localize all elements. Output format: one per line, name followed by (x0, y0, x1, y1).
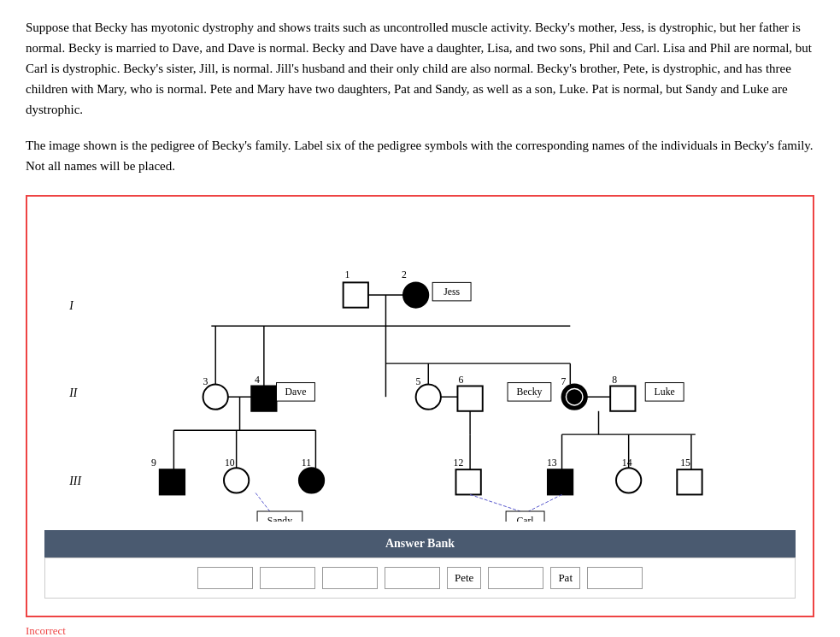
answer-bank-container: Answer Bank Pete Pat (44, 530, 796, 599)
node-5-label: 5 (416, 376, 421, 387)
node-13-label: 13 (547, 457, 557, 469)
roman-III: III (68, 475, 82, 487)
node-4-label: 4 (255, 375, 260, 386)
becky-label: Becky (516, 386, 542, 398)
node-5-circle (416, 385, 441, 410)
instruction-text: The image shown is the pedigree of Becky… (26, 135, 814, 176)
description-text: Suppose that Becky has myotonic dystroph… (26, 17, 814, 120)
answer-box-6[interactable] (488, 567, 543, 589)
node-6-square (457, 386, 482, 410)
answer-box-3[interactable] (322, 567, 378, 589)
node-10-label: 10 (225, 457, 235, 469)
node-10-circle (224, 468, 249, 492)
jess-label: Jess (443, 286, 460, 298)
node-14-label: 14 (622, 457, 632, 469)
pedigree-area: I II III 1 2 Jess 3 (44, 214, 796, 522)
roman-I: I (68, 299, 74, 312)
node-9-square (160, 469, 185, 494)
node-1-square (344, 282, 368, 307)
answer-box-1[interactable] (197, 567, 253, 589)
node-1-label: 1 (345, 269, 350, 280)
answer-pete-label: Pete (447, 567, 481, 589)
node-3-circle (203, 385, 228, 410)
node-9-label: 9 (151, 457, 156, 469)
node-8-label: 8 (612, 375, 617, 386)
roman-II: II (68, 386, 79, 399)
dave-label: Dave (285, 386, 307, 398)
incorrect-text: Incorrect (26, 624, 814, 637)
node-11-label: 11 (302, 457, 311, 469)
node-8-square (610, 386, 635, 410)
answer-bank-items: Pete Pat (44, 557, 796, 599)
answer-box-8[interactable] (587, 567, 643, 589)
node-13-square (548, 469, 573, 494)
node-12-label: 12 (454, 457, 464, 469)
node-2-circle (403, 282, 428, 307)
answer-bank-title: Answer Bank (44, 530, 796, 557)
answer-box-4[interactable] (385, 567, 440, 589)
node-15-square (677, 469, 702, 494)
node-2-label: 2 (402, 269, 407, 280)
sandy-annotation-line (256, 493, 270, 511)
answer-pat-label: Pat (550, 567, 580, 589)
node-6-label: 6 (458, 375, 463, 386)
node-7-label: 7 (561, 376, 567, 387)
node-12-square (455, 469, 480, 494)
answer-box-2[interactable] (260, 567, 315, 589)
carl-annotation-line2 (470, 494, 520, 511)
node-11-circle (299, 468, 324, 492)
carl-annotation-line1 (528, 494, 561, 511)
pedigree-container: I II III 1 2 Jess 3 (26, 195, 814, 617)
node-3-label: 3 (203, 376, 209, 387)
sandy-label: Sandy (267, 516, 292, 522)
node-14-circle (616, 468, 641, 492)
carl-label: Carl (516, 516, 534, 522)
node-4-square (251, 386, 276, 410)
luke-label: Luke (655, 386, 675, 398)
node-7-circle-inner (566, 388, 583, 405)
node-15-label: 15 (680, 457, 690, 469)
pedigree-svg: I II III 1 2 Jess 3 (44, 214, 796, 522)
